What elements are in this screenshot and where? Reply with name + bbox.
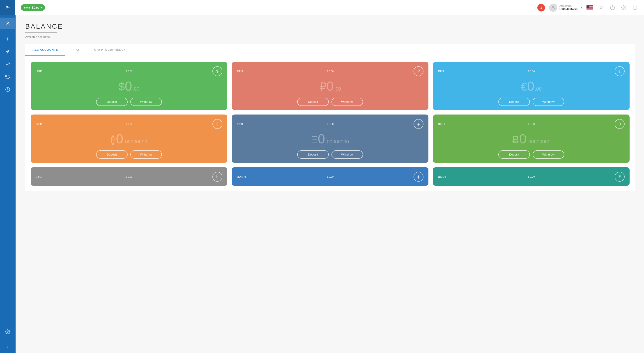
- tab-cryptocurrency[interactable]: CRYPTOCURRENCY: [87, 44, 133, 56]
- theme-toggle-button[interactable]: [598, 4, 605, 11]
- sidebar-item-send[interactable]: [0, 46, 15, 58]
- settings-button[interactable]: [620, 4, 627, 11]
- btc-amount-whole: 0: [116, 131, 123, 146]
- card-btc-buttons: Deposit Withdraw: [36, 150, 222, 159]
- help-button[interactable]: [609, 4, 616, 11]
- card-eth-buttons: Deposit Withdraw: [237, 150, 424, 159]
- usd-amount-whole: 0: [125, 78, 132, 94]
- eur-amount-whole: 0: [527, 78, 534, 94]
- account-label: Account No.: [560, 5, 578, 7]
- bch-symbol: Ƀ: [512, 134, 519, 146]
- eth-withdraw-button[interactable]: Withdraw: [332, 150, 363, 159]
- card-bch-icon: ₿: [615, 119, 624, 129]
- card-ltc-header: LTC $ 0.00 Ł: [36, 172, 222, 182]
- sidebar-item-add[interactable]: [0, 33, 15, 45]
- bch-amount-decimal: .00000000: [527, 139, 550, 145]
- account-number: P1034586261: [560, 7, 578, 10]
- balance-amount: $0.00: [32, 6, 39, 10]
- card-ltc-icon: Ł: [212, 172, 222, 182]
- card-bch-value: $ 0.00: [528, 123, 535, 125]
- help-icon: [610, 5, 615, 10]
- power-button[interactable]: [631, 4, 638, 11]
- svg-line-27: [600, 9, 600, 9]
- notification-bell[interactable]: 1: [537, 4, 545, 12]
- svg-point-31: [623, 7, 624, 8]
- rub-withdraw-button[interactable]: Withdraw: [332, 98, 363, 106]
- bch-deposit-button[interactable]: Deposit: [498, 150, 530, 159]
- card-usd-icon: $: [212, 66, 222, 76]
- sidebar-item-settings[interactable]: [0, 326, 15, 338]
- btc-withdraw-button[interactable]: Withdraw: [130, 150, 162, 159]
- rub-deposit-button[interactable]: Deposit: [297, 98, 329, 106]
- card-eth-amount: Ξ 0 .00000000: [237, 129, 424, 148]
- rub-currency-icon: ₽: [418, 69, 420, 74]
- card-dash-icon: ◉: [414, 172, 424, 182]
- sidebar-logo[interactable]: P ®: [0, 0, 15, 15]
- card-btc-header: BTC $ 0.00 ₿: [36, 119, 222, 129]
- card-usd-header: USD $ 0.00 $: [36, 66, 222, 76]
- bch-withdraw-button[interactable]: Withdraw: [532, 150, 564, 159]
- svg-line-23: [600, 6, 600, 6]
- bch-amount-whole: 0: [519, 131, 526, 146]
- card-usd: USD $ 0.00 $ $ 0 .00: [31, 62, 227, 110]
- balance-button[interactable]: ●●● $0.00 ▾: [21, 4, 45, 11]
- card-dash-header: DASH $ 0.00 ◉: [237, 172, 424, 182]
- topbar-right-section: 1 Account No. P1034586261 ▾: [537, 4, 638, 12]
- btc-deposit-button[interactable]: Deposit: [96, 150, 128, 159]
- card-ltc-value: $ 0.00: [126, 175, 132, 178]
- page-title: BALANCE: [25, 22, 635, 30]
- rub-amount-whole: 0: [326, 78, 334, 94]
- card-usdt-label: USDT: [438, 175, 447, 178]
- sidebar-item-history[interactable]: [0, 84, 15, 95]
- sidebar-navigation: [0, 15, 15, 340]
- eur-symbol: €: [521, 80, 527, 93]
- page-subtitle: Available accounts: [25, 35, 635, 38]
- card-btc-value: $ 0.00: [126, 123, 132, 125]
- account-chevron-icon: ▾: [581, 6, 582, 9]
- svg-point-0: [7, 22, 8, 24]
- title-underline: [25, 32, 57, 32]
- eur-deposit-button[interactable]: Deposit: [498, 98, 530, 106]
- usd-currency-icon: $: [216, 69, 218, 74]
- card-rub-header: RUB $ 0.00 ₽: [237, 66, 424, 76]
- sidebar-item-chart[interactable]: [0, 58, 15, 70]
- sidebar-expand-button[interactable]: ›: [7, 340, 8, 353]
- account-info[interactable]: Account No. P1034586261 ▾: [549, 4, 582, 12]
- card-usd-amount: $ 0 .00: [36, 76, 222, 96]
- usdt-currency-icon: ₮: [618, 174, 621, 179]
- svg-point-4: [7, 331, 8, 332]
- tab-fiat[interactable]: FIAT: [66, 44, 87, 56]
- account-avatar: [549, 4, 557, 12]
- eth-currency-icon: ◈: [417, 122, 420, 126]
- card-bch-label: BCH: [438, 122, 445, 126]
- card-eth: ETH $ 0.00 ◈ Ξ 0 .00000000: [232, 114, 428, 163]
- sidebar-item-avatar[interactable]: [0, 18, 15, 29]
- chart-icon: [5, 62, 10, 67]
- tab-all-accounts[interactable]: ALL ACCOUNTS: [25, 44, 66, 56]
- card-eur-buttons: Deposit Withdraw: [438, 98, 624, 106]
- card-rub-value: $ 0.00: [327, 70, 334, 72]
- card-rub-icon: ₽: [414, 66, 424, 76]
- card-dash-label: DASH: [237, 175, 246, 178]
- eur-withdraw-button[interactable]: Withdraw: [532, 98, 564, 106]
- eth-amount-whole: 0: [318, 131, 325, 146]
- refresh-icon: [5, 74, 10, 79]
- eur-amount-decimal: .00: [535, 86, 542, 92]
- card-usdt-header: USDT $ 0.00 ₮: [438, 172, 624, 182]
- btc-amount-decimal: .00000000: [124, 139, 147, 145]
- power-icon: [632, 5, 638, 10]
- logo-text: P: [6, 5, 8, 10]
- card-usdt-value: $ 0.00: [528, 175, 535, 178]
- svg-rect-19: [586, 6, 589, 8]
- content-wrapper: BALANCE Available accounts ALL ACCOUNTS …: [15, 15, 644, 353]
- usd-withdraw-button[interactable]: Withdraw: [130, 98, 162, 106]
- sidebar-item-refresh[interactable]: [0, 71, 15, 83]
- card-eur: EUR $ 0.00 € € 0 .00: [433, 62, 630, 110]
- language-flag[interactable]: [586, 5, 594, 10]
- bch-currency-icon: ₿: [619, 122, 621, 126]
- ltc-currency-icon: Ł: [216, 174, 218, 179]
- eth-deposit-button[interactable]: Deposit: [297, 150, 329, 159]
- svg-line-24: [602, 9, 603, 9]
- usd-deposit-button[interactable]: Deposit: [96, 98, 128, 106]
- card-eur-amount: € 0 .00: [438, 76, 624, 96]
